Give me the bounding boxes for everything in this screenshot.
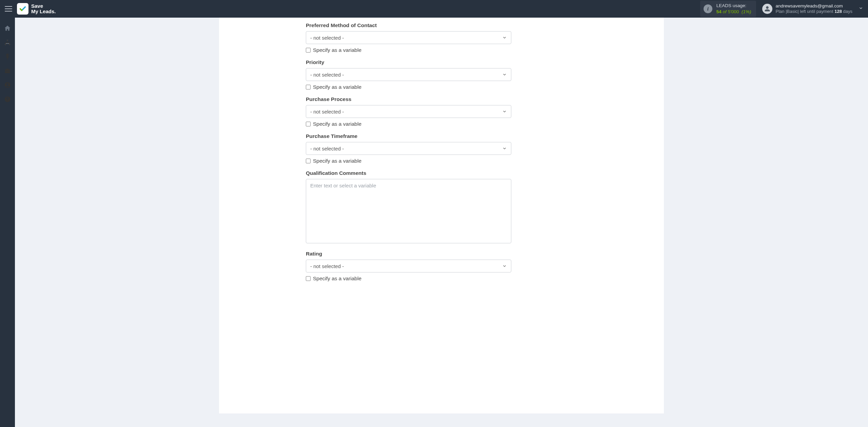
purchase-timeframe-select[interactable]: - not selected -	[306, 142, 511, 155]
field-rating: Rating - not selected - Specify as a var…	[306, 251, 577, 282]
menu-toggle-button[interactable]	[5, 6, 12, 12]
dollar-icon	[4, 53, 11, 60]
sidebar-item-help[interactable]	[0, 92, 15, 106]
checkmark-icon	[19, 5, 26, 13]
leads-usage-count: 54	[716, 9, 722, 14]
checkbox-label[interactable]: Specify as a variable	[313, 276, 361, 282]
svg-point-3	[7, 100, 8, 101]
plan-days-word: days	[842, 9, 852, 14]
briefcase-icon	[4, 67, 11, 74]
chevron-down-icon	[859, 6, 863, 11]
info-icon: i	[704, 4, 712, 13]
select-value: - not selected -	[310, 109, 344, 115]
field-qualification-comments: Qualification Comments	[306, 170, 577, 245]
chevron-down-icon	[502, 146, 507, 151]
user-icon	[764, 6, 770, 12]
purchase-timeframe-variable-checkbox[interactable]	[306, 159, 311, 163]
sitemap-icon	[4, 39, 11, 46]
qualification-comments-textarea[interactable]	[306, 179, 511, 243]
field-label: Qualification Comments	[306, 170, 577, 176]
brand-logo[interactable]	[17, 3, 28, 15]
user-menu[interactable]: andrewsavemyleads@gmail.com Plan |Basic|…	[762, 3, 852, 15]
leads-usage-text: LEADS usage: 54 of 5'000 (1%)	[716, 3, 751, 15]
leads-usage-total: 5'000	[728, 9, 739, 14]
priority-select[interactable]: - not selected -	[306, 68, 511, 81]
plan-suffix: | left until payment	[797, 9, 834, 14]
question-circle-icon	[4, 96, 11, 103]
user-info-text: andrewsavemyleads@gmail.com Plan |Basic|…	[776, 3, 852, 15]
checkbox-label[interactable]: Specify as a variable	[313, 84, 361, 90]
checkbox-label[interactable]: Specify as a variable	[313, 121, 361, 127]
plan-name: Basic	[787, 9, 798, 14]
home-icon	[4, 25, 11, 32]
sidebar-item-account[interactable]	[0, 78, 15, 92]
select-value: - not selected -	[310, 263, 344, 269]
purchase-process-variable-checkbox[interactable]	[306, 122, 311, 126]
brand-title: Save My Leads.	[31, 3, 56, 15]
rating-select[interactable]: - not selected -	[306, 260, 511, 272]
preferred-contact-select[interactable]: - not selected -	[306, 31, 511, 44]
checkbox-label[interactable]: Specify as a variable	[313, 47, 361, 53]
preferred-contact-variable-checkbox[interactable]	[306, 48, 311, 53]
chevron-down-icon	[502, 264, 507, 268]
select-value: - not selected -	[310, 72, 344, 78]
rating-variable-checkbox[interactable]	[306, 276, 311, 281]
main-content: Preferred Method of Contact - not select…	[15, 18, 868, 427]
sidebar-item-billing[interactable]	[0, 49, 15, 64]
sidebar-item-home[interactable]	[0, 21, 15, 35]
field-purchase-timeframe: Purchase Timeframe - not selected - Spec…	[306, 133, 577, 164]
field-priority: Priority - not selected - Specify as a v…	[306, 59, 577, 90]
sidebar-item-briefcase[interactable]	[0, 64, 15, 78]
checkbox-label[interactable]: Specify as a variable	[313, 158, 361, 164]
user-circle-icon	[4, 82, 11, 88]
leads-usage-pct: (1%)	[742, 9, 751, 14]
svg-point-1	[6, 83, 8, 85]
leads-usage-of: of	[723, 9, 727, 14]
select-value: - not selected -	[310, 35, 344, 41]
chevron-down-icon	[502, 72, 507, 77]
brand-line2: My Leads.	[31, 9, 56, 15]
left-sidebar	[0, 18, 15, 427]
top-header: Save My Leads. i LEADS usage: 54 of 5'00…	[0, 0, 868, 18]
header-dropdown-toggle[interactable]	[859, 6, 863, 12]
user-email: andrewsavemyleads@gmail.com	[776, 3, 852, 9]
sidebar-item-connections[interactable]	[0, 35, 15, 49]
plan-prefix: Plan |	[776, 9, 787, 14]
field-label: Priority	[306, 59, 577, 65]
brand-line1: Save	[31, 3, 43, 9]
plan-days-num: 128	[834, 9, 842, 14]
form-card: Preferred Method of Contact - not select…	[219, 18, 664, 413]
avatar	[762, 4, 772, 14]
field-label: Rating	[306, 251, 577, 257]
priority-variable-checkbox[interactable]	[306, 85, 311, 89]
select-value: - not selected -	[310, 146, 344, 151]
leads-usage-label: LEADS usage:	[716, 3, 751, 9]
purchase-process-select[interactable]: - not selected -	[306, 105, 511, 118]
leads-usage-badge[interactable]: i LEADS usage: 54 of 5'000 (1%)	[700, 1, 756, 17]
field-preferred-contact: Preferred Method of Contact - not select…	[306, 22, 577, 53]
field-purchase-process: Purchase Process - not selected - Specif…	[306, 96, 577, 127]
chevron-down-icon	[502, 109, 507, 114]
field-label: Purchase Timeframe	[306, 133, 577, 139]
chevron-down-icon	[502, 35, 507, 40]
field-label: Preferred Method of Contact	[306, 22, 577, 28]
field-label: Purchase Process	[306, 96, 577, 102]
